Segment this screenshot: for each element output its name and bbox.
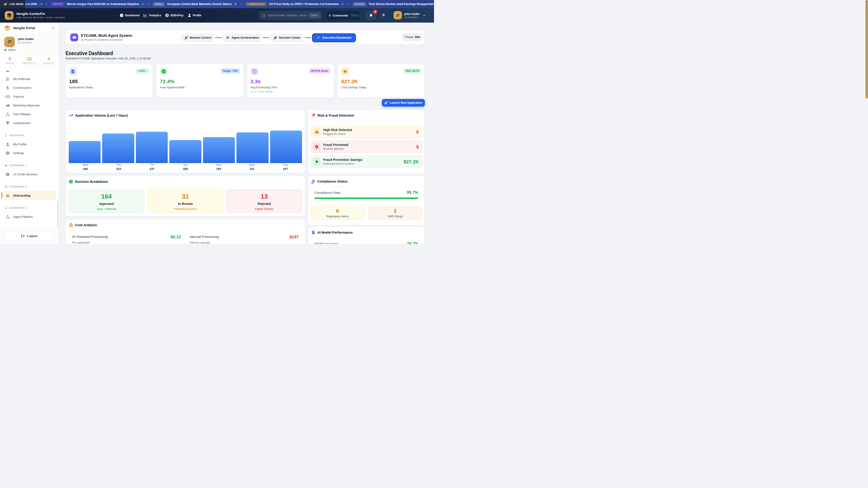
svg-text:₿: ₿	[166, 14, 168, 17]
